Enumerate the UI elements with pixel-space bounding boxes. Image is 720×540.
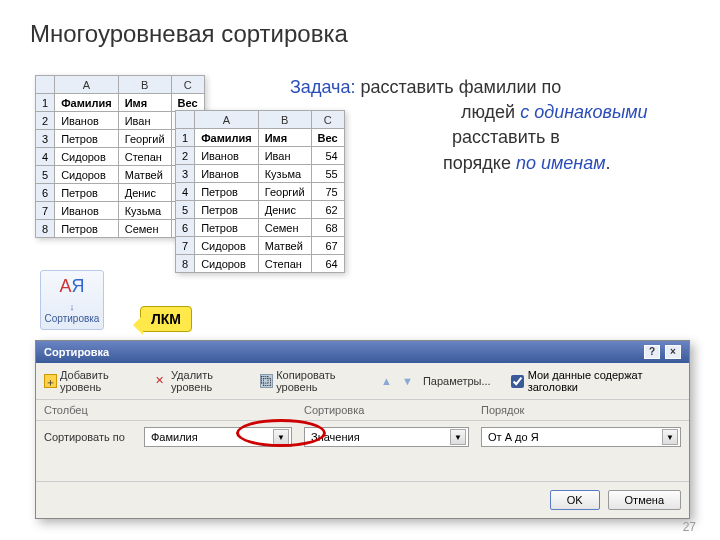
delete-level-button[interactable]: ✕Удалить уровень: [155, 369, 250, 393]
dialog-titlebar[interactable]: Сортировка ? ×: [36, 341, 689, 363]
column-combo[interactable]: Фамилия▼: [144, 427, 292, 447]
sort-dialog: Сортировка ? × ＋Добавить уровень ✕Удалит…: [35, 340, 690, 519]
headers-checkbox[interactable]: Мои данные содержат заголовки: [511, 369, 681, 393]
task-italic2: по именам: [516, 153, 606, 173]
order-combo[interactable]: От А до Я▼: [481, 427, 681, 447]
sort-button-label: Сортировка: [41, 313, 103, 324]
page-number: 27: [683, 520, 696, 534]
chevron-down-icon: ▼: [273, 429, 289, 445]
help-icon[interactable]: ?: [644, 345, 660, 359]
chevron-down-icon: ▼: [662, 429, 678, 445]
move-up-button[interactable]: ▲: [381, 375, 392, 387]
task-part2b: людей: [461, 102, 515, 122]
task-label: Задача:: [290, 77, 355, 97]
task-part3b: расставить в: [452, 127, 560, 147]
sorton-combo[interactable]: Значения▼: [304, 427, 469, 447]
result-table: ABC 1ФамилияИмяВес 2ИвановИван54 3Иванов…: [175, 110, 345, 273]
task-part1: расставить фамилии по: [355, 77, 561, 97]
task-text: Задача: расставить фамилии по xxxxxxxxxx…: [290, 75, 690, 176]
dialog-title: Сортировка: [44, 346, 109, 358]
chevron-down-icon: ▼: [450, 429, 466, 445]
sort-button[interactable]: АЯ↓ Сортировка: [40, 270, 104, 330]
cancel-button[interactable]: Отмена: [608, 490, 681, 510]
add-level-button[interactable]: ＋Добавить уровень: [44, 369, 145, 393]
params-button[interactable]: Параметры...: [423, 375, 491, 387]
page-title: Многоуровневая сортировка: [0, 0, 720, 58]
sort-level-row: Сортировать по Фамилия▼ Значения▼ От А д…: [36, 421, 689, 453]
sort-by-label: Сортировать по: [44, 431, 144, 443]
lmb-callout: ЛКМ: [140, 306, 192, 332]
sort-header: Сортировка: [304, 404, 481, 416]
move-down-button[interactable]: ▼: [402, 375, 413, 387]
sort-icon: АЯ↓: [41, 277, 103, 313]
ok-button[interactable]: OK: [550, 490, 600, 510]
order-header: Порядок: [481, 404, 681, 416]
close-icon[interactable]: ×: [665, 345, 681, 359]
col-header: Столбец: [44, 404, 304, 416]
task-dot: .: [606, 153, 611, 173]
task-part4b: порядке: [443, 153, 511, 173]
headers-checkbox-label: Мои данные содержат заголовки: [528, 369, 681, 393]
headers-checkbox-input[interactable]: [511, 375, 524, 388]
task-italic1: с одинаковыми: [520, 102, 647, 122]
copy-level-button[interactable]: ⿻Копировать уровень: [260, 369, 371, 393]
